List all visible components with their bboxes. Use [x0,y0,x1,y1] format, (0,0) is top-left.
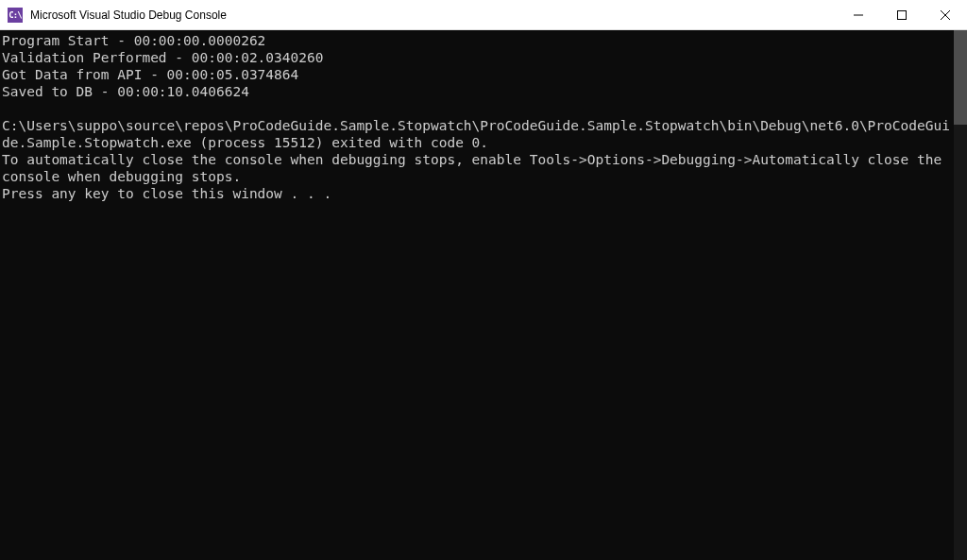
minimize-icon [854,10,863,20]
maximize-button[interactable] [880,0,924,29]
console-output[interactable]: Program Start - 00:00:00.0000262 Validat… [0,30,954,560]
minimize-button[interactable] [837,0,880,29]
close-icon [941,10,950,20]
svg-rect-1 [898,10,907,19]
window-controls [837,0,967,29]
titlebar: C:\ Microsoft Visual Studio Debug Consol… [0,0,967,30]
window-title: Microsoft Visual Studio Debug Console [30,8,837,22]
close-button[interactable] [924,0,967,29]
maximize-icon [897,10,907,20]
app-icon: C:\ [8,8,23,23]
console-wrap: Program Start - 00:00:00.0000262 Validat… [0,30,967,560]
scrollbar-track[interactable] [954,30,967,560]
scrollbar-thumb[interactable] [954,30,967,125]
